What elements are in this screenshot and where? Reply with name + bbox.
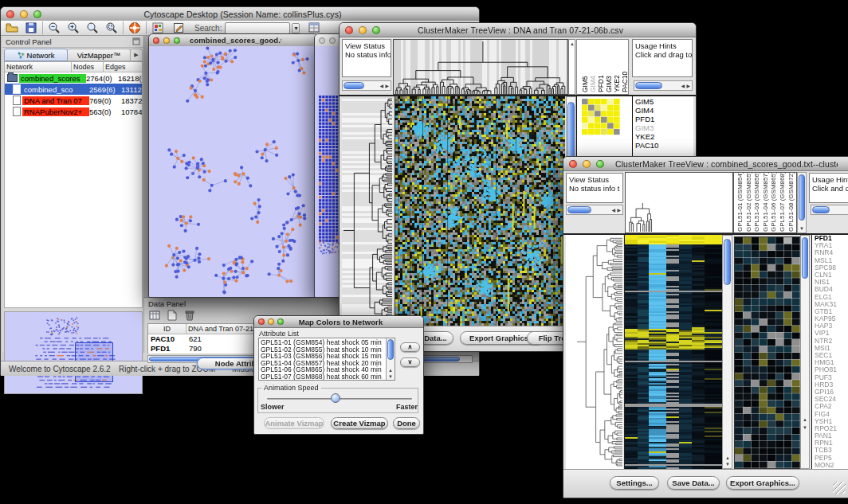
tv1-column-label[interactable]: GIM4 <box>589 76 597 92</box>
gene-label[interactable]: PEP5 <box>815 455 848 462</box>
treeview2-titlebar[interactable]: ClusterMaker TreeView : combined_scores_… <box>563 157 848 171</box>
tv1-row-label[interactable]: PAC10 <box>635 141 693 150</box>
attribute-item[interactable]: GPL51-01 (GSM854) heat shock 05 min <box>261 339 385 346</box>
data-column-id[interactable]: ID <box>148 324 186 334</box>
minimize-button[interactable] <box>268 318 274 325</box>
network-canvas[interactable] <box>149 46 316 295</box>
minimize-button[interactable] <box>359 26 367 34</box>
scroll-up-icon[interactable]: ▲ <box>388 368 393 373</box>
vizmapper-icon[interactable] <box>151 21 164 34</box>
tv1-status-scrollbar[interactable]: ◀ ▶ <box>342 80 391 91</box>
tv2-collabel-vscrollbar[interactable]: ▼ <box>797 172 807 233</box>
network-row[interactable]: combined_sco2569(6)13112(15) <box>5 84 142 95</box>
zoom-button[interactable] <box>372 26 380 34</box>
close-button[interactable] <box>345 26 353 34</box>
gene-label[interactable]: RPN1 <box>815 440 848 447</box>
resize-grip[interactable] <box>833 482 846 494</box>
tv1-column-label[interactable]: GIM5 <box>581 76 589 92</box>
tv1-zoom-heatmap[interactable] <box>582 99 620 135</box>
column-header-nodes[interactable]: Nodes <box>72 62 104 72</box>
zoom-out-icon[interactable] <box>48 21 61 34</box>
gene-label[interactable]: SEC24 <box>815 396 848 403</box>
zoom-selected-icon[interactable] <box>105 21 118 34</box>
tab-overflow-button[interactable]: ▶ <box>131 49 143 61</box>
tab-vizmapper[interactable]: VizMapper™ <box>68 49 131 61</box>
tv2-column-labels[interactable]: GPL51-01 (GSM854)GPL51-02 (GSM855)GPL51-… <box>733 172 797 233</box>
minimize-button[interactable] <box>583 160 591 168</box>
scroll-down-icon[interactable]: ▼ <box>803 425 807 430</box>
network-row[interactable]: RNAPuberNov2+563(0)107847(0) <box>5 106 142 117</box>
gene-label[interactable]: CPA2 <box>815 403 848 410</box>
tv1-row-label[interactable]: YKE2 <box>635 132 693 141</box>
tv2-column-label[interactable]: GPL51-02 (GSM855) <box>745 172 753 232</box>
gene-label[interactable]: PAN1 <box>815 432 848 440</box>
scroll-right-icon[interactable]: ▶ <box>385 84 389 88</box>
gene-label[interactable]: HAP3 <box>815 322 848 330</box>
scroll-left-icon[interactable]: ◀ <box>379 84 383 88</box>
gene-label[interactable]: NIS1 <box>815 279 848 286</box>
tv1-column-label[interactable]: YKE2 <box>613 75 621 92</box>
gene-label[interactable]: MSL1 <box>815 257 848 264</box>
settings-button[interactable]: Settings... <box>610 476 659 490</box>
delete-attribute-icon[interactable] <box>183 309 196 322</box>
gene-label[interactable]: PUF3 <box>815 374 848 381</box>
speed-slider-thumb[interactable] <box>331 393 340 403</box>
minimize-button[interactable] <box>163 37 170 44</box>
column-header-network[interactable]: Network <box>5 62 72 72</box>
tv1-column-labels[interactable]: GIM5GIM4PFD1GIM3YKE2PAC10 <box>576 39 629 95</box>
gene-label[interactable]: FIG4 <box>815 411 848 418</box>
float-panel-icon[interactable] <box>132 37 140 45</box>
zoom-button[interactable] <box>33 10 41 18</box>
scroll-right-icon[interactable]: ▶ <box>686 84 690 88</box>
scroll-up-icon[interactable]: ▲ <box>803 417 807 422</box>
done-button[interactable]: Done <box>393 417 420 429</box>
attribute-item[interactable]: GPL51-06 (GSM865) heat shock 40 min <box>261 366 385 373</box>
tv1-column-label[interactable]: PAC10 <box>621 72 629 92</box>
scroll-up-icon[interactable]: ▲ <box>570 41 575 46</box>
tv1-hints-scrollbar[interactable]: ◀ ▶ <box>634 80 693 91</box>
network-overview-thumbnail[interactable] <box>5 312 142 393</box>
attribute-list-scrollbar[interactable]: ▲ ▼ <box>386 338 395 380</box>
attribute-item[interactable]: GPL51-02 (GSM855) heat shock 10 min <box>261 346 385 354</box>
network-row[interactable]: combined_scores2764(0)16218(0) <box>5 72 142 84</box>
tv2-column-label[interactable]: GPL51-03 (GSM856) <box>753 172 761 232</box>
gene-label[interactable]: ELG1 <box>815 294 848 301</box>
attribute-select-icon[interactable] <box>148 309 161 322</box>
close-button[interactable] <box>319 37 325 44</box>
search-input[interactable] <box>225 22 290 34</box>
gene-label[interactable]: SPC98 <box>815 264 848 272</box>
scroll-left-icon[interactable]: ◀ <box>681 84 685 88</box>
gene-label[interactable]: PHO81 <box>815 366 848 373</box>
column-header-edges[interactable]: Edges <box>104 62 142 72</box>
tv1-column-label[interactable]: GIM3 <box>605 76 613 92</box>
gene-label[interactable]: YRA1 <box>815 242 848 249</box>
network-view-titlebar[interactable]: combined_scores_good.txt--cluste... <box>149 34 318 47</box>
gene-label[interactable]: MAK31 <box>815 301 848 308</box>
zoom-button[interactable] <box>277 318 284 325</box>
close-button[interactable] <box>569 160 577 168</box>
tv2-heatmap-vscrollbar[interactable]: ▲ ▼ <box>722 235 732 469</box>
tv2-column-label[interactable]: GPL51-07 (GSM868) <box>779 172 787 232</box>
tv2-row-dendrogram[interactable] <box>566 235 623 469</box>
search-dropdown-icon[interactable]: ▾ <box>292 23 300 33</box>
attribute-browser-icon[interactable] <box>308 21 320 34</box>
create-vizmap-button[interactable]: Create Vizmap <box>331 417 388 429</box>
tv1-row-label[interactable]: GIM4 <box>635 106 693 115</box>
network-row[interactable]: DNA and Tran 07769(0)183728(0) <box>5 95 142 106</box>
move-up-button[interactable]: ∧ <box>400 342 420 352</box>
gene-label[interactable]: NTR2 <box>815 338 848 345</box>
gene-label[interactable]: HMG1 <box>815 359 848 366</box>
gene-label[interactable]: GPI16 <box>815 389 848 396</box>
attribute-item[interactable]: GPL51-07 (GSM868) heat shock 60 min <box>261 373 385 381</box>
gene-label[interactable]: KAP95 <box>815 315 848 322</box>
attribute-list[interactable]: GPL51-01 (GSM854) heat shock 05 minGPL51… <box>258 338 395 381</box>
gene-label[interactable]: MON2 <box>815 462 848 469</box>
tv1-row-dendrogram[interactable] <box>342 96 393 326</box>
gene-label[interactable]: HRD3 <box>815 381 848 389</box>
scroll-up-icon[interactable]: ▲ <box>725 455 730 460</box>
cytoscape-titlebar[interactable]: Cytoscape Desktop (Session Name: collins… <box>1 7 479 21</box>
close-button[interactable] <box>153 37 159 44</box>
close-button[interactable] <box>258 318 265 325</box>
zoom-in-icon[interactable] <box>67 21 80 34</box>
treeview1-titlebar[interactable]: ClusterMaker TreeView : DNA and Tran 07-… <box>340 23 696 37</box>
